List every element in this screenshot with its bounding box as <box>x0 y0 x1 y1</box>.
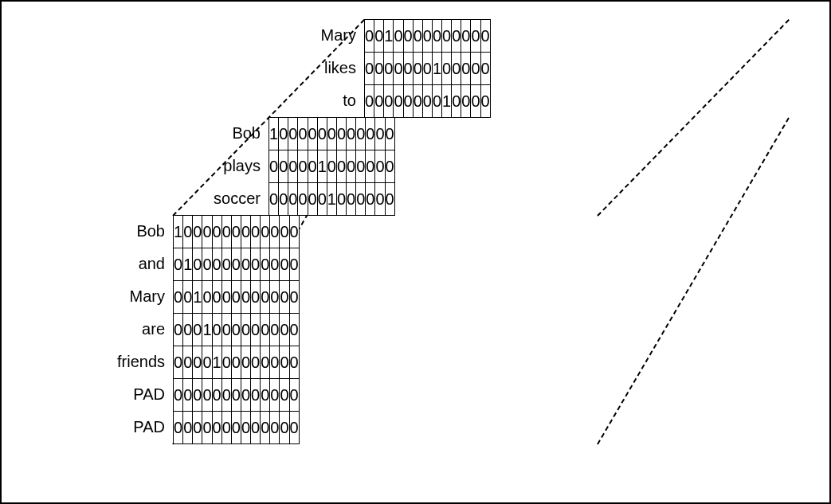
cell: 0 <box>212 248 221 281</box>
cell: 0 <box>270 281 280 314</box>
cell: 0 <box>174 281 183 314</box>
cell: 0 <box>356 150 366 183</box>
cell: 0 <box>432 85 441 118</box>
cell: 0 <box>280 346 289 379</box>
cell: 0 <box>221 281 231 314</box>
cell: 1 <box>183 248 193 281</box>
cell: 0 <box>374 53 384 85</box>
cell: 0 <box>174 314 183 346</box>
cell: 0 <box>471 53 480 85</box>
row-label: Bob <box>2 215 165 248</box>
row-label: PAD <box>2 411 165 443</box>
cell: 0 <box>221 379 231 412</box>
cell: 0 <box>269 150 279 183</box>
cell: 0 <box>279 150 288 183</box>
row-label: likes <box>2 52 356 84</box>
cell: 0 <box>452 20 461 53</box>
cell: 0 <box>442 53 452 85</box>
cell: 0 <box>193 314 202 346</box>
cell: 0 <box>193 412 202 444</box>
cell: 0 <box>422 85 432 118</box>
cell: 0 <box>231 248 241 281</box>
cell: 0 <box>251 248 261 281</box>
cell: 0 <box>422 53 432 85</box>
cell: 0 <box>280 379 289 412</box>
cell: 0 <box>193 216 202 248</box>
cell: 0 <box>251 314 261 346</box>
cell: 0 <box>394 53 403 85</box>
cell: 0 <box>270 412 280 444</box>
cell: 0 <box>347 183 356 216</box>
cell: 1 <box>202 314 212 346</box>
cell: 0 <box>193 379 202 412</box>
cell: 0 <box>251 281 261 314</box>
cell: 0 <box>308 183 317 216</box>
cell: 0 <box>212 216 221 248</box>
cell: 0 <box>183 412 193 444</box>
cell: 1 <box>432 53 441 85</box>
cell: 0 <box>183 346 193 379</box>
cell: 1 <box>442 85 452 118</box>
row-label: PAD <box>2 378 165 411</box>
cell: 0 <box>241 379 250 412</box>
cell: 0 <box>288 150 298 183</box>
cell: 0 <box>280 314 289 346</box>
cell: 0 <box>422 20 432 53</box>
cell: 0 <box>432 20 441 53</box>
matrix-front: 1000000000000010000000000000100000000000… <box>173 215 300 444</box>
cell: 0 <box>288 118 298 150</box>
cell: 0 <box>327 150 336 183</box>
cell: 0 <box>261 216 270 248</box>
cell: 0 <box>251 379 261 412</box>
cell: 0 <box>461 85 471 118</box>
cell: 0 <box>202 248 212 281</box>
cell: 0 <box>270 248 280 281</box>
cell: 0 <box>289 216 299 248</box>
cell: 0 <box>174 379 183 412</box>
cell: 0 <box>394 20 403 53</box>
cell: 0 <box>289 281 299 314</box>
row-label: friends <box>2 346 165 378</box>
cell: 0 <box>241 281 250 314</box>
cell: 0 <box>289 248 299 281</box>
cell: 0 <box>366 118 375 150</box>
cell: 0 <box>336 118 346 150</box>
cell: 0 <box>280 216 289 248</box>
row-labels-front: BobandMaryarefriendsPADPAD <box>2 215 165 443</box>
cell: 0 <box>480 20 490 53</box>
cell: 0 <box>317 118 327 150</box>
cell: 0 <box>308 118 317 150</box>
cell: 0 <box>336 183 346 216</box>
cell: 0 <box>356 183 366 216</box>
cell: 0 <box>403 20 413 53</box>
cell: 0 <box>480 85 490 118</box>
cell: 0 <box>403 85 413 118</box>
cell: 0 <box>231 412 241 444</box>
cell: 0 <box>183 281 193 314</box>
cell: 0 <box>241 346 250 379</box>
cell: 0 <box>289 314 299 346</box>
cell: 0 <box>241 248 250 281</box>
stack-edge <box>597 117 790 444</box>
cell: 0 <box>212 314 221 346</box>
cell: 0 <box>289 379 299 412</box>
row-label: Mary <box>2 19 356 52</box>
cell: 0 <box>365 53 374 85</box>
cell: 0 <box>174 412 183 444</box>
cell: 0 <box>261 379 270 412</box>
cell: 0 <box>202 281 212 314</box>
cell: 0 <box>193 346 202 379</box>
cell: 0 <box>231 379 241 412</box>
cell: 0 <box>270 346 280 379</box>
cell: 0 <box>385 150 394 183</box>
matrix-back: 001000000000000000001000000000000010000 <box>364 19 491 118</box>
row-label: Bob <box>2 117 261 150</box>
cell: 0 <box>269 183 279 216</box>
cell: 0 <box>221 248 231 281</box>
cell: 0 <box>212 281 221 314</box>
cell: 0 <box>347 118 356 150</box>
cell: 0 <box>280 281 289 314</box>
cell: 0 <box>480 53 490 85</box>
cell: 0 <box>366 183 375 216</box>
cell: 0 <box>289 346 299 379</box>
